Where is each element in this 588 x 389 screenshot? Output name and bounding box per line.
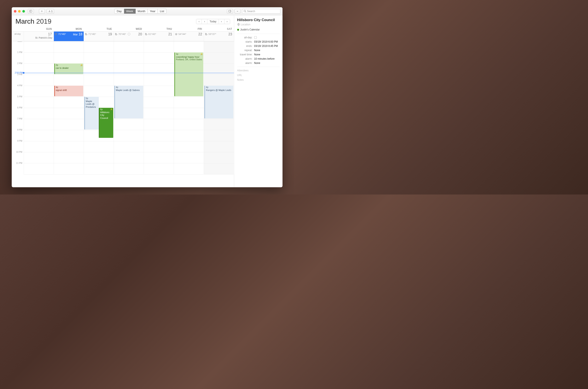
event-block[interactable]: 4psignal shift bbox=[54, 86, 83, 96]
inspector-attendees-field[interactable]: Attendees bbox=[237, 69, 280, 72]
day-head-wed: WED bbox=[114, 27, 144, 31]
today-button[interactable]: Today bbox=[207, 19, 219, 24]
view-tab-year[interactable]: Year bbox=[148, 9, 158, 14]
allday-label: all-day bbox=[12, 32, 24, 41]
svg-line-16 bbox=[57, 33, 57, 33]
inspector-row[interactable]: alarm:None bbox=[237, 62, 280, 65]
inspector-value[interactable]: 03/19/ 2019 8:45 PM bbox=[254, 44, 278, 47]
event-block[interactable]: 1pcoworking/ happy hourPortland, OR, Uni… bbox=[174, 52, 203, 96]
inspector-label: all-day: bbox=[237, 36, 253, 39]
panel-icon bbox=[228, 10, 231, 13]
allday-checkbox[interactable] bbox=[254, 36, 257, 39]
next-week-button[interactable]: › bbox=[224, 19, 230, 24]
allday-cell-4[interactable]: 61°/43°21 bbox=[144, 32, 174, 41]
hour-label: 11 PM bbox=[12, 162, 24, 173]
allday-event[interactable]: St. Patrick's Day bbox=[25, 36, 52, 39]
inspector-row[interactable]: all-day: bbox=[237, 36, 280, 39]
hour-label: 7 PM bbox=[12, 118, 24, 129]
view-switcher: DayWeekMonthYearList bbox=[114, 9, 167, 14]
minimize-window-button[interactable] bbox=[18, 10, 21, 13]
allday-cell-0[interactable]: 17St. Patrick's Day bbox=[24, 32, 54, 41]
prev-week-button[interactable]: ‹ bbox=[196, 19, 202, 24]
inspector-value[interactable]: None bbox=[254, 49, 260, 52]
inspector-value[interactable]: None bbox=[254, 62, 260, 65]
event-time: 5p bbox=[86, 97, 98, 100]
weather-temp: 59°/37° bbox=[208, 33, 216, 35]
inspector-label: alarm: bbox=[237, 57, 253, 60]
day-head-mon: MON bbox=[54, 27, 84, 31]
inspector-notes-field[interactable]: Notes bbox=[237, 78, 280, 81]
weather-temp: 61°/43° bbox=[148, 33, 156, 35]
day-column-5[interactable]: 1pcoworking/ happy hourPortland, OR, Uni… bbox=[174, 41, 204, 174]
app-window: 1 DayWeekMonthYearList Search March 2019… bbox=[12, 7, 283, 187]
toolbar: 1 DayWeekMonthYearList Search bbox=[12, 7, 283, 15]
event-location-field[interactable]: Location bbox=[237, 23, 280, 26]
sidebar-toggle-button[interactable] bbox=[28, 9, 34, 14]
date-number: 21 bbox=[168, 32, 172, 36]
view-tab-month[interactable]: Month bbox=[136, 9, 148, 14]
new-event-button[interactable] bbox=[39, 9, 45, 14]
panel-toggle-button[interactable] bbox=[227, 9, 233, 14]
inspector-label: ends: bbox=[237, 44, 253, 47]
inspector-value[interactable]: None bbox=[254, 53, 260, 56]
inspector-row[interactable]: ends:03/19/ 2019 8:45 PM bbox=[237, 44, 280, 47]
allday-cell-5[interactable]: 54°/44°22 bbox=[174, 32, 204, 41]
event-block[interactable]: 4pRangers @ Maple Leafs bbox=[204, 86, 233, 118]
day-head-thu: THU bbox=[144, 27, 174, 31]
svg-line-13 bbox=[55, 33, 55, 33]
svg-point-8 bbox=[56, 33, 57, 34]
inspector-label: alarm: bbox=[237, 62, 253, 65]
day-column-2[interactable]: 5pMaple Leafs @ Predators6pHillsboro Cit… bbox=[84, 41, 114, 174]
search-input[interactable]: Search bbox=[242, 9, 280, 14]
inspector-label: repeat: bbox=[237, 49, 253, 52]
inspector-row[interactable]: repeat:None bbox=[237, 49, 280, 52]
bell-icon: 🔔 bbox=[80, 64, 83, 66]
zoom-window-button[interactable] bbox=[22, 10, 25, 13]
event-calendar[interactable]: Justin's Calendar bbox=[237, 28, 280, 31]
view-tab-week[interactable]: Week bbox=[124, 9, 136, 14]
day-column-1[interactable]: 2pcar to dealer🔔4psignal shift bbox=[54, 41, 84, 174]
event-block[interactable]: 5pMaple Leafs @ Predators bbox=[84, 97, 99, 130]
inspector-url-field[interactable]: URL bbox=[237, 74, 280, 77]
inspector-value[interactable]: 10 minutes before bbox=[254, 57, 275, 60]
day-header-row: SUNMONTUEWEDTHUFRISAT bbox=[12, 27, 234, 32]
allday-cell-1[interactable]: 71°/45°18 bbox=[54, 32, 84, 41]
event-title[interactable]: Hillsboro City Council bbox=[237, 18, 280, 22]
inspector-row[interactable]: alarm:10 minutes before bbox=[237, 57, 280, 60]
close-window-button[interactable] bbox=[14, 10, 16, 13]
hour-label: 1 PM bbox=[12, 51, 24, 62]
allday-row: all-day 17St. Patrick's Day71°/45°1871°/… bbox=[12, 32, 234, 41]
allday-cell-2[interactable]: 71°/45°19 bbox=[84, 32, 114, 41]
event-title: Maple Leafs @ Predators bbox=[86, 100, 98, 109]
time-gutter: noon1 PM2 PM3 PM4 PM5 PM6 PM7 PM8 PM9 PM… bbox=[12, 41, 24, 174]
day-column-3[interactable]: 4pMaple Leafs @ Sabres bbox=[114, 41, 144, 174]
event-block[interactable]: 2pcar to dealer🔔 bbox=[54, 64, 83, 74]
inspector-row[interactable]: travel time:None bbox=[237, 53, 280, 56]
day-head-tue: TUE bbox=[84, 27, 114, 31]
allday-cell-3[interactable]: 70°/46°20 bbox=[114, 32, 144, 41]
weather-temp: 54°/44° bbox=[178, 33, 186, 35]
now-indicator bbox=[24, 73, 234, 73]
plus-icon bbox=[40, 10, 43, 13]
day-head-fri: FRI bbox=[174, 27, 204, 31]
panel-dropdown-button[interactable] bbox=[235, 9, 240, 14]
view-tab-day[interactable]: Day bbox=[114, 9, 124, 14]
inspector-value[interactable]: 03/19/ 2019 6:00 PM bbox=[254, 40, 278, 43]
time-grid-wrap[interactable]: noon1 PM2 PM3 PM4 PM5 PM6 PM7 PM8 PM9 PM… bbox=[12, 41, 234, 187]
event-block[interactable]: 4pMaple Leafs @ Sabres bbox=[114, 86, 143, 118]
weather-icon bbox=[205, 32, 207, 35]
day-column-4[interactable] bbox=[144, 41, 174, 174]
inspector-row[interactable]: starts:03/19/ 2019 6:00 PM bbox=[237, 40, 280, 43]
event-location: Portland, OR, United States bbox=[176, 58, 203, 61]
day-column-6[interactable]: 4pRangers @ Maple Leafs bbox=[204, 41, 234, 174]
inbox-button[interactable]: 1 bbox=[47, 9, 54, 14]
day-column-0[interactable] bbox=[24, 41, 54, 174]
view-tab-list[interactable]: List bbox=[158, 9, 167, 14]
next-day-button[interactable]: › bbox=[219, 19, 224, 24]
date-number: 23 bbox=[228, 32, 232, 36]
allday-cell-6[interactable]: 59°/37°23 bbox=[204, 32, 234, 41]
prev-day-button[interactable]: ‹ bbox=[202, 19, 207, 24]
event-time: 2p bbox=[56, 64, 82, 67]
sidebar-icon bbox=[29, 10, 32, 13]
event-block[interactable]: 6pHillsboro City Council🔔 bbox=[99, 108, 113, 138]
